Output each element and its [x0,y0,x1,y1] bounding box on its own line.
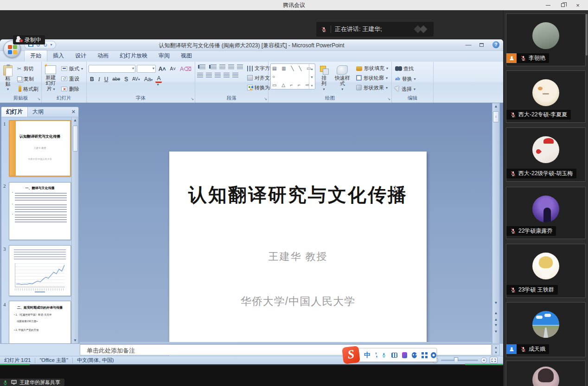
italic-button[interactable]: I [97,76,102,83]
font-size-select[interactable] [137,65,156,73]
slide-thumbnail-2[interactable]: 2 一、翻译与文化传播 [3,182,71,241]
ime-settings-icon[interactable] [431,352,436,358]
tab-design[interactable]: 设计 [70,51,92,62]
ppt-maximize-button[interactable] [479,41,484,49]
tab-review[interactable]: 审阅 [153,51,175,62]
shape-fill-button[interactable]: 形状填充▾ [355,64,390,72]
bold-button[interactable]: B [89,76,96,83]
scrollbar-thumb[interactable]: ≡ [493,111,499,122]
slide-thumbnail-1[interactable]: 1 认知翻译研究与文化传播 王建华 教授 华侨大学/中国人民大学 [3,120,71,177]
sidebar-scrollbar[interactable] [586,14,588,56]
scroll-down-icon[interactable]: ▼ [492,300,499,306]
line-spacing-icon[interactable] [237,64,243,69]
fit-to-window-button[interactable] [490,357,498,364]
increase-indent-icon[interactable] [228,64,234,69]
scroll-down-icon[interactable]: ▼ [72,338,78,342]
zoom-slider-handle[interactable] [454,357,458,363]
slide-canvas[interactable]: 认知翻译研究与文化传播 王建华 教授 华侨大学/中国人民大学 [169,152,427,371]
slide-title[interactable]: 认知翻译研究与文化传播 [169,182,427,208]
tab-home[interactable]: 开始 [24,50,47,62]
arrange-button[interactable]: 排列▾ [318,63,330,94]
participant-tile[interactable]: 西大-22级学硕-胡玉梅 [506,127,586,182]
shrink-font-button[interactable]: A˅ [169,65,178,73]
zoom-slider[interactable] [441,360,478,361]
slide-thumbnail-3[interactable]: 3 [3,245,71,297]
new-slide-button[interactable]: 新建幻灯片 ▾ [44,63,58,94]
ppt-minimize-button[interactable]: — [465,41,471,49]
strikethrough-button[interactable]: abe [111,76,121,83]
find-button[interactable]: 查找 [394,64,417,73]
tab-slideshow[interactable]: 幻灯片放映 [114,51,153,62]
sogou-logo-icon[interactable]: S [342,346,360,364]
ime-skin-icon[interactable] [402,352,407,358]
zoom-in-button[interactable]: + [481,357,487,363]
ime-mode-button[interactable]: 中 [364,348,371,361]
participant-tile[interactable] [506,361,586,386]
language-indicator[interactable]: 中文(简体, 中国) [73,357,118,364]
participant-tile[interactable]: 22学硕康露乔 [506,187,586,239]
shape-outline-button[interactable]: 形状轮廓▾ [355,74,390,82]
columns-icon[interactable] [232,73,238,77]
dialog-launcher-icon[interactable]: ↘ [264,97,267,101]
scroll-up-icon[interactable]: ▲ [492,103,499,110]
align-right-icon[interactable] [215,73,221,77]
editor-scrollbar[interactable]: ▲ ≡ ▼ ▲▲ ▼▼ [492,103,500,344]
dialog-launcher-icon[interactable]: ↘ [387,97,390,101]
restore-button[interactable] [556,0,570,10]
character-spacing-button[interactable]: AV▾ [131,76,141,83]
tab-insert[interactable]: 插入 [47,51,70,62]
scrollbar-thumb[interactable] [73,126,78,152]
clear-formatting-button[interactable]: A⌫ [179,65,193,73]
shapes-scroll[interactable]: ▲▼▾ [309,64,315,89]
tab-outline-panel[interactable]: 大纲 [28,107,48,117]
ime-keyboard-icon[interactable] [391,353,397,358]
format-painter-button[interactable]: 格式刷 [16,85,40,93]
select-button[interactable]: 选择▾ [394,85,417,93]
numbering-icon[interactable] [211,64,217,69]
underline-button[interactable]: U [103,76,110,83]
panel-close-icon[interactable]: ✕ [71,109,76,115]
close-button[interactable]: × [570,0,585,10]
delete-slide-button[interactable]: 删除 [60,85,84,93]
slide-affiliation[interactable]: 华侨大学/中国人民大学 [169,294,427,309]
align-left-icon[interactable] [197,73,203,77]
participant-tile[interactable]: 成天娥 [506,302,586,357]
ime-voice-icon[interactable] [381,352,387,359]
slide-thumbnail-4[interactable]: 4 二、延安时期成功的外译与传播 1.《红星照耀中国》斯诺-吴亮平 伦敦销量23… [3,301,71,344]
font-name-select[interactable] [89,65,135,73]
tab-animations[interactable]: 动画 [92,51,114,62]
justify-icon[interactable] [224,73,230,77]
paste-button[interactable]: 粘贴 ▾ [2,63,14,94]
participant-tile[interactable]: 西大-22专硕-李夏夏 [506,70,586,123]
shape-effects-button[interactable]: 形状效果▾ [355,83,390,92]
reset-button[interactable]: 重设 [60,75,84,83]
participant-tile[interactable]: 23学硕 王轶群 [506,244,586,298]
dialog-launcher-icon[interactable]: ↘ [37,97,40,101]
slide-author[interactable]: 王建华 教授 [169,250,427,264]
tab-slides-panel[interactable]: 幻灯片 [1,107,28,117]
ime-toolbox-icon[interactable] [422,352,427,358]
replace-button[interactable]: ab替换▾ [394,75,417,83]
notes-placeholder[interactable]: 单击此处添加备注 [87,347,135,355]
tab-view[interactable]: 视图 [175,51,198,62]
next-slide-button[interactable]: ▼▼ [492,322,499,335]
previous-slide-button[interactable]: ▲▲ [492,310,499,323]
ime-punctuation-button[interactable]: ’, [375,348,377,361]
shadow-button[interactable]: S [123,76,129,83]
theme-indicator[interactable]: "Office 主题" [35,357,72,364]
ime-emoji-icon[interactable] [412,352,417,358]
notes-scrollbar[interactable]: ▲▼ [492,344,500,355]
grow-font-button[interactable]: A˄ [157,65,167,73]
decrease-indent-icon[interactable] [219,64,225,69]
qat-customize-dropdown[interactable]: ▾ [50,41,52,49]
quick-styles-button[interactable]: 快速样式▾ [333,63,352,94]
ppt-titlebar[interactable]: 认知翻译研究与文化传播 (闽南师大2023) [兼容模式] - Microsof… [0,39,503,51]
participant-tile[interactable]: 李朝艳 [506,13,586,66]
align-center-icon[interactable] [206,73,212,77]
bullets-icon[interactable] [199,64,205,69]
copy-button[interactable]: 复制 [16,75,40,83]
font-color-button[interactable]: A▾ [155,76,162,83]
scroll-up-icon[interactable]: ▲ [72,118,78,122]
panel-scrollbar[interactable]: ▲ ▼ [71,117,78,343]
layout-button[interactable]: 版式▾ [60,64,84,73]
